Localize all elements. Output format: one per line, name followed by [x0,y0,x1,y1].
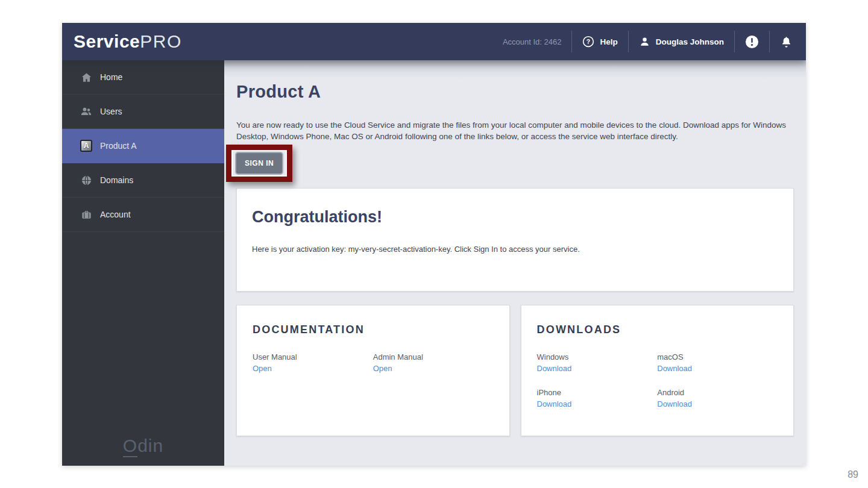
congratulations-title: Congratulations! [252,208,778,227]
list-item: iPhone Download [537,388,658,409]
doc-label-user-manual: User Manual [253,352,373,361]
header-divider [769,31,770,52]
download-windows-link[interactable]: Download [537,364,572,373]
documentation-grid: User Manual Open Admin Manual Open [253,352,494,374]
account-id: Account Id: 2462 [503,37,562,46]
intro-text: You are now ready to use the Cloud Servi… [236,119,794,142]
congratulations-card: Congratulations! Here is your activation… [236,188,794,292]
sign-in-row: SIGN IN [226,145,794,184]
documentation-card: DOCUMENTATION User Manual Open Admin Man… [236,305,510,436]
sign-in-button[interactable]: SIGN IN [235,152,283,175]
page-title: Product A [236,82,794,102]
header-divider [571,31,572,52]
main-content: Product A You are now ready to use the C… [224,60,806,466]
activation-key-text: Here is your activation key: my-very-sec… [252,245,778,254]
alerts-button[interactable] [745,35,759,49]
user-menu[interactable]: Douglas Johnson [639,36,724,48]
sidebar-item-label: Users [100,107,122,116]
app-header: ServicePRO Account Id: 2462 ? Help Dougl… [62,23,806,60]
odin-logo: Odin [62,436,224,456]
list-item: Admin Manual Open [373,352,494,374]
doc-label-admin-manual: Admin Manual [373,352,494,361]
globe-icon [80,174,92,186]
notifications-button[interactable] [780,36,793,48]
product-a-badge-icon: A [80,140,92,152]
briefcase-icon [80,208,92,221]
odin-logo-rest: din [137,436,163,455]
page-number: 89 [848,469,858,480]
user-name: Douglas Johnson [656,37,724,46]
odin-logo-o: O [123,436,137,457]
sidebar-item-product-a[interactable]: A Product A [62,129,224,163]
list-item: macOS Download [657,352,778,374]
brand-logo-thin: PRO [140,31,182,51]
home-icon [80,71,92,83]
svg-text:?: ? [587,39,590,45]
download-macos-link[interactable]: Download [657,364,692,373]
bell-icon [780,36,793,48]
help-label: Help [600,37,617,46]
person-icon [639,36,650,48]
open-user-manual-link[interactable]: Open [253,364,272,373]
downloads-title: DOWNLOADS [537,324,778,336]
sidebar-item-label: Domains [100,175,133,185]
sidebar-item-home[interactable]: Home [62,60,224,95]
documentation-title: DOCUMENTATION [253,324,494,336]
list-item: User Manual Open [253,352,373,374]
list-item: Android Download [657,388,778,409]
brand-logo: ServicePRO [74,31,182,52]
download-label-android: Android [657,388,778,397]
download-label-iphone: iPhone [537,388,658,397]
sidebar-item-label: Account [100,210,131,219]
annotation-highlight-box: SIGN IN [226,145,292,182]
downloads-card: DOWNLOADS Windows Download macOS Downloa… [521,305,794,436]
header-divider [734,31,735,52]
users-icon [80,105,92,117]
help-button[interactable]: ? Help [582,36,617,48]
open-admin-manual-link[interactable]: Open [373,364,392,373]
question-circle-icon: ? [582,36,594,48]
sidebar-item-domains[interactable]: Domains [62,163,224,198]
download-label-windows: Windows [537,352,658,361]
cards-row: DOCUMENTATION User Manual Open Admin Man… [236,305,794,436]
sidebar-item-label: Home [100,72,122,82]
download-iphone-link[interactable]: Download [537,399,572,408]
sidebar: Home Users A Product A Domains [62,60,224,466]
downloads-grid: Windows Download macOS Download iPhone D… [537,352,778,409]
download-label-macos: macOS [657,352,778,361]
header-divider [628,31,629,52]
brand-logo-bold: Service [74,31,140,51]
download-android-link[interactable]: Download [657,399,692,408]
sidebar-item-users[interactable]: Users [62,95,224,129]
app-window: ServicePRO Account Id: 2462 ? Help Dougl… [62,23,806,466]
list-item: Windows Download [537,352,658,374]
header-actions: Account Id: 2462 ? Help Douglas Johnson [503,23,793,60]
alert-circle-icon [745,35,759,49]
sidebar-item-account[interactable]: Account [62,198,224,232]
sidebar-item-label: Product A [100,141,137,151]
